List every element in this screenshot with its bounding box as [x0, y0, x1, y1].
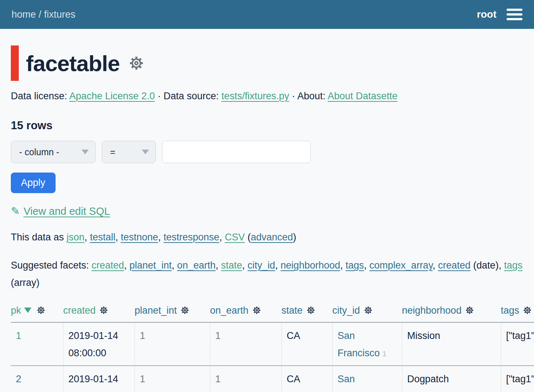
filter-row: - column - = — [11, 141, 523, 163]
database-metadata: Data license: Apache License 2.0 · Data … — [11, 89, 523, 103]
column-header-tags: tags — [501, 305, 534, 322]
source-link[interactable]: tests/fixtures.py — [222, 91, 289, 101]
page-title: facetable — [26, 51, 120, 76]
breadcrumb: home / fixtures — [12, 9, 75, 20]
facet-link-tags[interactable]: tags — [346, 260, 364, 271]
city-link[interactable]: San Francisco — [338, 330, 380, 358]
license-link[interactable]: Apache License 2.0 — [69, 91, 155, 101]
facet-link-created[interactable]: created — [92, 260, 124, 271]
sort-pk-link[interactable]: pk — [11, 305, 21, 316]
foreign-key-value: 1 — [382, 349, 387, 358]
cell-city-id: San Francisco1 — [332, 366, 402, 392]
about-link[interactable]: About Datasette — [328, 91, 398, 101]
column-header-planet-int: planet_int — [135, 305, 210, 322]
column-cog-icon[interactable] — [36, 305, 46, 315]
sort-desc-icon — [24, 308, 31, 313]
rows-table: pk created planet_int on_earth state cit… — [11, 305, 534, 392]
export-link-testresponse[interactable]: testresponse — [163, 232, 219, 243]
cell-pk: 1 — [11, 322, 63, 366]
facet-link-created-date[interactable]: created — [438, 260, 470, 271]
sql-link-row: ✎View and edit SQL — [11, 205, 523, 217]
table-settings-gear-icon[interactable] — [128, 55, 145, 72]
filter-value-input[interactable] — [162, 141, 311, 163]
column-header-state: state — [281, 305, 332, 322]
top-nav-bar: home / fixtures root — [0, 0, 534, 29]
sort-tags-link[interactable]: tags — [501, 305, 519, 316]
row-pk-link[interactable]: 2 — [16, 374, 21, 384]
sort-city-id-link[interactable]: city_id — [332, 305, 360, 316]
column-cog-icon[interactable] — [306, 305, 316, 315]
table-row: 2 2019-01-14 08:00:00 1 1 CA San Francis… — [11, 366, 534, 392]
chevron-down-icon — [142, 150, 149, 154]
export-link-testall[interactable]: testall — [90, 232, 115, 243]
facet-link-tags-array[interactable]: tags — [504, 260, 522, 271]
facet-link-on-earth[interactable]: on_earth — [177, 260, 216, 271]
filter-column-select[interactable]: - column - — [11, 141, 96, 163]
cell-tags: ["tag1", "tag2"] — [501, 322, 534, 366]
filter-operator-value: = — [110, 147, 115, 157]
facets-label: Suggested facets: — [11, 260, 92, 271]
export-link-csv[interactable]: CSV — [225, 232, 245, 243]
column-header-neighborhood: neighborhood — [402, 305, 501, 322]
sort-on-earth-link[interactable]: on_earth — [210, 305, 249, 316]
chevron-down-icon — [82, 150, 89, 154]
export-formats-row: This data as json, testall, testnone, te… — [11, 232, 523, 243]
sort-state-link[interactable]: state — [281, 305, 303, 316]
pencil-icon: ✎ — [11, 205, 20, 217]
row-count-heading: 15 rows — [11, 119, 523, 132]
cell-created: 2019-01-14 08:00:00 — [63, 322, 135, 366]
license-label: Data license: — [11, 91, 69, 101]
column-cog-icon[interactable] — [99, 305, 109, 315]
breadcrumb-home-link[interactable]: home — [12, 9, 36, 20]
source-label: Data source: — [163, 91, 222, 101]
breadcrumb-separator: / — [36, 9, 44, 20]
cell-city-id: San Francisco1 — [332, 322, 402, 366]
facet-link-neighborhood[interactable]: neighborhood — [281, 260, 340, 271]
table-header-row: pk created planet_int on_earth state cit… — [11, 305, 534, 322]
filter-operator-select[interactable]: = — [102, 141, 156, 163]
cell-state: CA — [281, 366, 332, 392]
column-cog-icon[interactable] — [522, 305, 532, 315]
hamburger-menu-icon[interactable] — [507, 9, 522, 20]
export-link-json[interactable]: json — [67, 232, 85, 243]
view-edit-sql-link[interactable]: View and edit SQL — [23, 205, 110, 217]
breadcrumb-database-link[interactable]: fixtures — [44, 9, 75, 20]
city-link[interactable]: San Francisco — [338, 374, 380, 392]
sort-planet-int-link[interactable]: planet_int — [135, 305, 177, 316]
suggested-facets-row: Suggested facets: created, planet_int, o… — [11, 257, 523, 291]
column-header-city-id: city_id — [332, 305, 402, 322]
facet-link-city-id[interactable]: city_id — [248, 260, 275, 271]
cell-planet-int: 1 — [135, 366, 210, 392]
table-row: 1 2019-01-14 08:00:00 1 1 CA San Francis… — [11, 322, 534, 366]
column-header-created: created — [63, 305, 135, 322]
cell-on-earth: 1 — [210, 322, 281, 366]
cell-pk: 2 — [11, 366, 63, 392]
column-cog-icon[interactable] — [465, 305, 474, 315]
logged-in-user-link[interactable]: root — [477, 9, 496, 20]
brand-red-bar — [11, 45, 19, 81]
sort-neighborhood-link[interactable]: neighborhood — [402, 305, 461, 316]
cell-tags: ["tag1", "tag3"] — [501, 366, 534, 392]
sort-created-link[interactable]: created — [63, 305, 96, 316]
export-link-testnone[interactable]: testnone — [121, 232, 158, 243]
apply-button[interactable]: Apply — [11, 173, 56, 193]
column-header-on-earth: on_earth — [210, 305, 281, 322]
cell-state: CA — [281, 322, 332, 366]
cell-on-earth: 1 — [210, 366, 281, 392]
column-cog-icon[interactable] — [180, 305, 190, 315]
cell-created: 2019-01-14 08:00:00 — [63, 366, 135, 392]
export-label: This data as — [11, 232, 67, 243]
row-pk-link[interactable]: 1 — [16, 330, 21, 341]
column-cog-icon[interactable] — [252, 305, 262, 315]
cell-neighborhood: Dogpatch — [402, 366, 501, 392]
cell-planet-int: 1 — [135, 322, 210, 366]
column-cog-icon[interactable] — [363, 305, 373, 315]
facet-link-planet-int[interactable]: planet_int — [130, 260, 172, 271]
export-link-advanced[interactable]: advanced — [251, 232, 293, 243]
page-title-bar: facetable — [11, 45, 523, 81]
facet-link-state[interactable]: state — [221, 260, 242, 271]
filter-column-value: - column - — [19, 147, 59, 157]
about-label: About: — [297, 91, 328, 101]
facet-link-complex-array[interactable]: complex_array — [369, 260, 433, 271]
column-header-pk: pk — [11, 305, 63, 322]
